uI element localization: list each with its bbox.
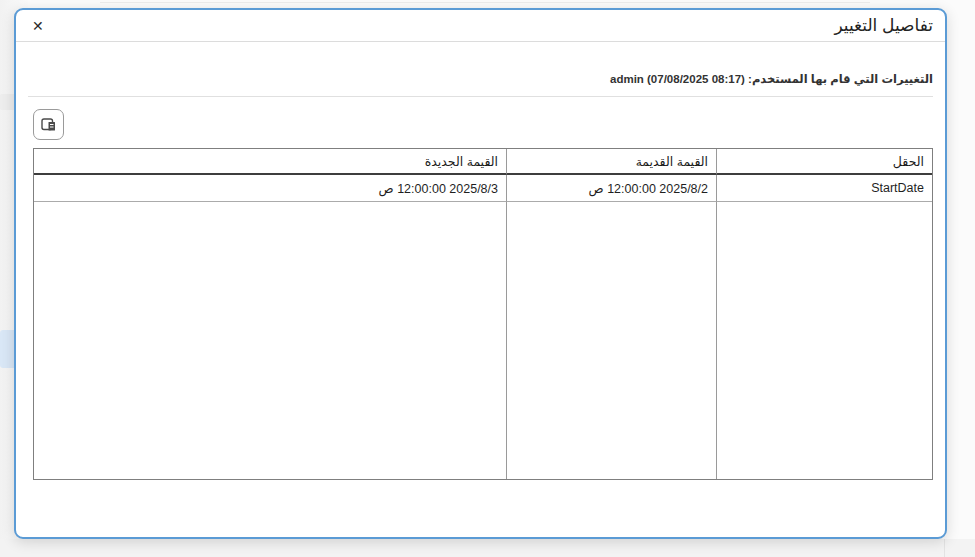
- changes-table: الحقل القيمة القديمة القيمة الجديدة Star…: [33, 148, 933, 480]
- dialog-title: تفاصيل التغيير: [834, 15, 933, 36]
- grid-toolbar: [33, 109, 933, 140]
- user-changes-label: التغييرات التي قام بها المستخدم:: [748, 73, 933, 85]
- change-details-dialog: تفاصيل التغيير ✕ التغييرات التي قام بها …: [14, 8, 947, 539]
- table-empty-area: [34, 202, 506, 479]
- table-empty-area: [506, 202, 716, 479]
- close-icon[interactable]: ✕: [28, 15, 48, 37]
- dialog-titlebar: تفاصيل التغيير ✕: [16, 10, 945, 42]
- user-changes-line: التغييرات التي قام بها المستخدم: admin (…: [28, 42, 933, 97]
- cell-new-value: 2025/8/3 12:00:00 ص: [34, 175, 506, 202]
- cell-field: StartDate: [716, 175, 932, 202]
- column-header-new-value[interactable]: القيمة الجديدة: [34, 149, 506, 175]
- backdrop-page-edge: [100, 2, 870, 3]
- user-changes-value: admin (07/08/2025 08:17): [610, 73, 745, 85]
- column-header-field[interactable]: الحقل: [716, 149, 932, 175]
- backdrop-bottom-strip: [0, 539, 975, 557]
- copy-icon: [40, 116, 57, 133]
- table-empty-area: [716, 202, 932, 479]
- cell-old-value: 2025/8/2 12:00:00 ص: [506, 175, 716, 202]
- backdrop-grid-line: [944, 539, 945, 557]
- column-header-old-value[interactable]: القيمة القديمة: [506, 149, 716, 175]
- dialog-content: التغييرات التي قام بها المستخدم: admin (…: [16, 42, 945, 480]
- copy-button[interactable]: [33, 109, 64, 140]
